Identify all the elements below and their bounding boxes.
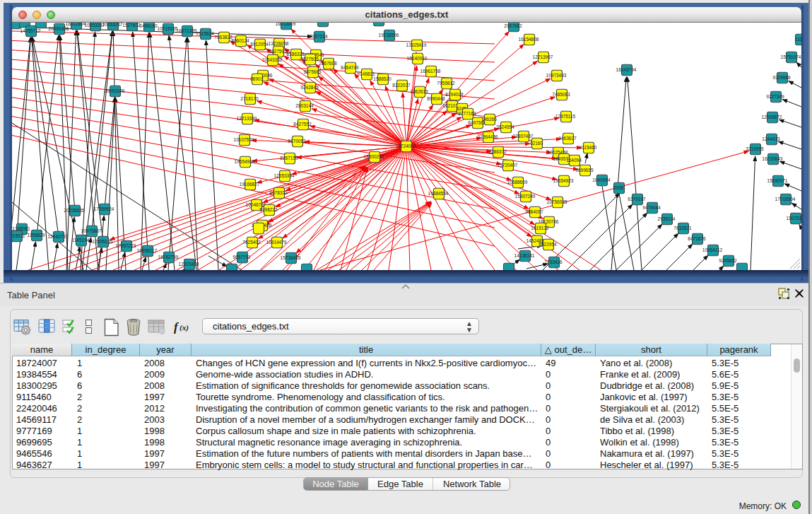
svg-text:10975887: 10975887 <box>81 228 102 233</box>
svg-text:7632621: 7632621 <box>673 226 692 230</box>
svg-text:8660124: 8660124 <box>231 38 249 43</box>
svg-text:98903: 98903 <box>250 76 263 81</box>
svg-text:10046766: 10046766 <box>246 202 266 207</box>
svg-text:20206535: 20206535 <box>64 208 85 213</box>
svg-text:16643794: 16643794 <box>616 67 637 72</box>
svg-text:12505135: 12505135 <box>93 239 113 244</box>
svg-text:1733426: 1733426 <box>544 259 563 264</box>
svg-text:19654908: 19654908 <box>235 159 255 164</box>
svg-text:1362615: 1362615 <box>410 89 428 94</box>
svg-text:9827505: 9827505 <box>269 49 287 54</box>
svg-text:8471676: 8471676 <box>688 236 706 241</box>
svg-text:(x): (x) <box>180 323 189 332</box>
svg-text:2087682: 2087682 <box>504 23 522 28</box>
svg-text:2867608: 2867608 <box>319 61 337 66</box>
svg-text:f: f <box>174 320 180 334</box>
svg-text:1640954: 1640954 <box>592 177 611 182</box>
svg-text:14136141: 14136141 <box>514 253 535 258</box>
svg-text:19654923: 19654923 <box>553 178 574 183</box>
svg-text:7955812: 7955812 <box>437 81 455 86</box>
svg-text:1588520: 1588520 <box>373 76 392 81</box>
svg-text:10653267: 10653267 <box>102 23 123 27</box>
svg-text:16782759: 16782759 <box>158 255 179 259</box>
svg-text:9474444: 9474444 <box>642 205 661 210</box>
svg-text:15807249: 15807249 <box>515 194 536 199</box>
svg-text:17957223: 17957223 <box>116 243 136 248</box>
svg-text:3915911: 3915911 <box>12 233 25 238</box>
svg-text:9115460: 9115460 <box>579 145 597 150</box>
svg-text:7515524: 7515524 <box>196 31 214 36</box>
svg-text:1167533: 1167533 <box>787 216 801 221</box>
svg-text:1527602: 1527602 <box>122 23 141 28</box>
svg-text:9170063: 9170063 <box>288 139 306 144</box>
svg-text:16914479: 16914479 <box>266 240 287 245</box>
svg-text:3875685: 3875685 <box>303 69 322 74</box>
svg-text:10807487: 10807487 <box>513 134 534 139</box>
svg-text:6794028: 6794028 <box>445 92 464 97</box>
svg-text:1112: 1112 <box>795 37 801 42</box>
svg-text:5498222: 5498222 <box>259 207 278 212</box>
svg-text:13325419: 13325419 <box>406 42 427 47</box>
svg-text:15716485: 15716485 <box>281 255 301 260</box>
svg-text:1615132: 1615132 <box>531 226 549 230</box>
svg-text:9657791: 9657791 <box>233 255 251 259</box>
svg-text:9463627: 9463627 <box>558 136 577 141</box>
svg-text:21364436: 21364436 <box>478 134 498 139</box>
svg-text:15751074: 15751074 <box>781 54 801 59</box>
svg-text:8990448: 8990448 <box>427 96 445 101</box>
svg-text:9242845: 9242845 <box>300 85 319 90</box>
svg-text:14055712: 14055712 <box>20 28 41 33</box>
svg-text:16671355: 16671355 <box>177 28 197 33</box>
svg-text:18640910: 18640910 <box>407 56 428 61</box>
svg-text:12353394: 12353394 <box>274 173 295 178</box>
svg-text:6466160: 6466160 <box>139 23 158 28</box>
svg-text:1244413: 1244413 <box>762 136 780 141</box>
svg-text:164094: 164094 <box>566 158 582 163</box>
svg-text:8678332: 8678332 <box>269 190 288 195</box>
svg-text:2718170: 2718170 <box>240 96 259 101</box>
svg-text:16961758: 16961758 <box>420 69 441 74</box>
svg-text:12923498: 12923498 <box>179 262 199 267</box>
svg-text:10756928: 10756928 <box>547 199 567 204</box>
svg-text:16210643: 16210643 <box>763 156 783 161</box>
svg-text:8522954: 8522954 <box>539 242 557 247</box>
svg-text:18300295: 18300295 <box>364 154 384 159</box>
svg-text:7386372: 7386372 <box>488 149 507 154</box>
svg-text:19218506: 19218506 <box>379 33 399 37</box>
svg-text:8427552: 8427552 <box>293 122 312 127</box>
svg-text:3624554: 3624554 <box>496 124 514 129</box>
svg-text:7625402: 7625402 <box>242 240 261 245</box>
svg-text:7663822: 7663822 <box>214 35 233 40</box>
svg-text:62160: 62160 <box>530 141 543 146</box>
svg-text:2803144: 2803144 <box>295 103 314 108</box>
svg-text:19384554: 19384554 <box>428 191 449 196</box>
svg-text:10654112: 10654112 <box>702 247 723 252</box>
svg-text:13226058: 13226058 <box>269 41 289 46</box>
svg-text:9329966: 9329966 <box>772 75 791 80</box>
svg-text:9777169: 9777169 <box>458 111 476 116</box>
svg-text:6379197: 6379197 <box>628 197 646 201</box>
svg-text:9527505: 9527505 <box>300 57 319 62</box>
svg-text:8912954: 8912954 <box>250 42 269 47</box>
svg-text:19166827: 19166827 <box>240 182 260 187</box>
svg-text:10688609: 10688609 <box>507 180 528 185</box>
svg-text:1145194: 1145194 <box>72 238 90 243</box>
svg-text:12213967: 12213967 <box>533 54 553 59</box>
svg-text:9884067: 9884067 <box>525 209 543 214</box>
svg-text:12213389: 12213389 <box>237 116 257 121</box>
svg-text:17359924: 17359924 <box>94 206 114 211</box>
svg-text:1156829: 1156829 <box>28 233 45 238</box>
svg-text:9699695: 9699695 <box>575 168 594 173</box>
svg-text:8186328: 8186328 <box>286 52 305 57</box>
svg-text:20091406: 20091406 <box>49 26 69 31</box>
svg-text:746266: 746266 <box>481 117 497 122</box>
svg-text:12942737: 12942737 <box>48 234 69 239</box>
svg-text:10958117: 10958117 <box>137 248 158 253</box>
svg-text:12975115: 12975115 <box>555 114 576 119</box>
svg-text:16033809: 16033809 <box>276 23 296 26</box>
svg-text:10973493: 10973493 <box>546 73 567 78</box>
svg-text:20053346: 20053346 <box>105 88 125 93</box>
svg-text:8267150: 8267150 <box>280 156 298 160</box>
svg-text:10107553: 10107553 <box>234 137 254 142</box>
svg-text:18724007: 18724007 <box>396 144 416 148</box>
